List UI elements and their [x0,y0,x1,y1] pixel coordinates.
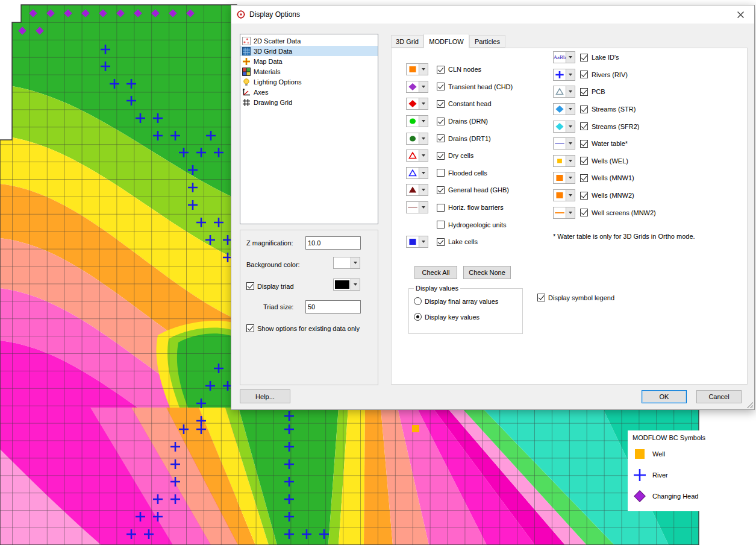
nav-item-2d-scatter-data[interactable]: 2D Scatter Data [240,36,378,46]
swatch-dropdown-button[interactable] [566,51,575,63]
triad-color-dropdown-button[interactable] [351,279,360,291]
nav-item-materials[interactable]: Materials [240,66,378,77]
swatch-dropdown-button[interactable] [566,172,575,184]
display-symbol-legend-checkbox[interactable] [537,294,545,301]
nav-item-drawing-grid[interactable]: Drawing Grid [240,97,378,107]
bc-visibility-checkbox[interactable] [580,174,588,182]
symbol-swatch-button[interactable] [553,155,566,167]
background-color-swatch-button[interactable] [333,257,351,269]
nav-item-map-data[interactable]: Map Data [240,56,378,66]
bc-visibility-checkbox[interactable] [580,54,588,61]
bc-visibility-checkbox[interactable] [580,209,588,216]
symbol-swatch-button[interactable] [406,201,419,213]
display-key-values-radio[interactable] [414,313,422,321]
symbol-swatch-button[interactable] [553,137,566,150]
bc-visibility-checkbox[interactable] [437,186,445,194]
swatch-dropdown-button[interactable] [419,236,428,248]
swatch-dropdown-button[interactable] [419,133,428,145]
bc-visibility-checkbox[interactable] [437,66,445,74]
bc-visibility-checkbox[interactable] [580,157,588,165]
symbol-swatch-button[interactable] [406,184,419,196]
bc-visibility-checkbox[interactable] [580,122,588,130]
swatch-dropdown-button[interactable] [566,189,575,201]
show-existing-checkbox[interactable] [246,324,254,332]
tab-modflow[interactable]: MODFLOW [423,34,469,48]
symbol-swatch-button[interactable] [553,172,566,184]
swatch-dropdown-button[interactable] [566,137,575,150]
check-none-button[interactable]: Check None [463,266,511,279]
bc-visibility-checkbox[interactable] [437,204,445,212]
swatch-dropdown-button[interactable] [419,167,428,179]
symbol-swatch-button[interactable] [553,69,566,81]
bc-visibility-checkbox[interactable] [580,106,588,113]
bc-visibility-checkbox[interactable] [437,100,445,108]
bc-visibility-checkbox[interactable] [437,238,445,246]
display-final-array-radio[interactable] [414,297,422,305]
bc-option-label: General head (GHB) [448,186,509,194]
background-color-dropdown-button[interactable] [351,257,360,269]
swatch-dropdown-button[interactable] [419,63,428,75]
symbol-swatch-button[interactable] [406,150,419,162]
nav-item-3d-grid-data[interactable]: 3D Grid Data [240,46,378,56]
triad-color-fill [335,280,349,289]
bc-visibility-checkbox[interactable] [437,221,445,228]
cancel-button[interactable]: Cancel [696,390,742,403]
help-button[interactable]: Help... [240,389,290,403]
swatch-dropdown-button[interactable] [566,69,575,81]
scatter-2d-icon [242,37,251,45]
symbol-swatch-button[interactable] [553,207,566,219]
symbol-swatch-group [553,137,575,150]
bc-option-label: Lake ID's [592,54,619,61]
swatch-dropdown-button[interactable] [419,98,428,110]
dialog-titlebar[interactable]: Display Options [231,5,754,24]
swatch-dropdown-button[interactable] [419,184,428,196]
symbol-swatch-button[interactable] [553,189,566,201]
symbol-swatch-button[interactable] [406,133,419,145]
bc-visibility-checkbox[interactable] [437,169,445,177]
display-triad-checkbox[interactable] [246,282,254,290]
symbol-swatch-button[interactable] [553,103,566,115]
swatch-dropdown-button[interactable] [419,115,428,127]
symbol-swatch-button[interactable]: AaBb [553,51,566,63]
swatch-dropdown-button[interactable] [419,150,428,162]
bc-visibility-checkbox[interactable] [580,71,588,78]
triad-size-input[interactable] [305,300,361,313]
symbol-swatch-button[interactable] [553,86,566,98]
check-all-button[interactable]: Check All [414,266,457,279]
tab-particles[interactable]: Particles [469,35,505,48]
resize-grip[interactable] [746,402,753,408]
bc-visibility-checkbox[interactable] [437,134,445,142]
symbol-swatch-button[interactable] [406,81,419,93]
nav-item-lighting-options[interactable]: Lighting Options [240,77,378,87]
chevron-down-icon [422,120,425,122]
symbol-swatch-button[interactable] [406,115,419,127]
symbol-swatch-button[interactable] [553,121,566,133]
swatch-dropdown-button[interactable] [419,81,428,93]
chevron-down-icon [354,262,357,264]
swatch-dropdown-button[interactable] [566,121,575,133]
close-button[interactable] [726,5,754,24]
triad-color-swatch-button[interactable] [333,279,351,291]
swatch-dropdown-button[interactable] [566,155,575,167]
legend-item-label: Changing Head [652,493,698,500]
bc-visibility-checkbox[interactable] [437,118,445,125]
bc-option-row: Streams (SFR2) [553,118,656,135]
tab-3d-grid[interactable]: 3D Grid [391,35,423,48]
swatch-dropdown-button[interactable] [419,201,428,213]
symbol-swatch-group [406,201,428,213]
bc-visibility-checkbox[interactable] [580,88,588,96]
symbol-swatch-button[interactable] [406,98,419,110]
swatch-dropdown-button[interactable] [566,103,575,115]
symbol-swatch-button[interactable] [406,63,419,75]
ok-button[interactable]: OK [642,390,687,403]
bc-visibility-checkbox[interactable] [437,83,445,90]
symbol-swatch-button[interactable] [406,236,419,248]
bc-visibility-checkbox[interactable] [580,192,588,200]
nav-item-axes[interactable]: Axes [240,87,378,97]
bc-visibility-checkbox[interactable] [437,152,445,160]
bc-visibility-checkbox[interactable] [580,140,588,148]
symbol-swatch-button[interactable] [406,167,419,179]
z-magnification-input[interactable] [305,236,361,250]
swatch-dropdown-button[interactable] [566,207,575,219]
swatch-dropdown-button[interactable] [566,86,575,98]
